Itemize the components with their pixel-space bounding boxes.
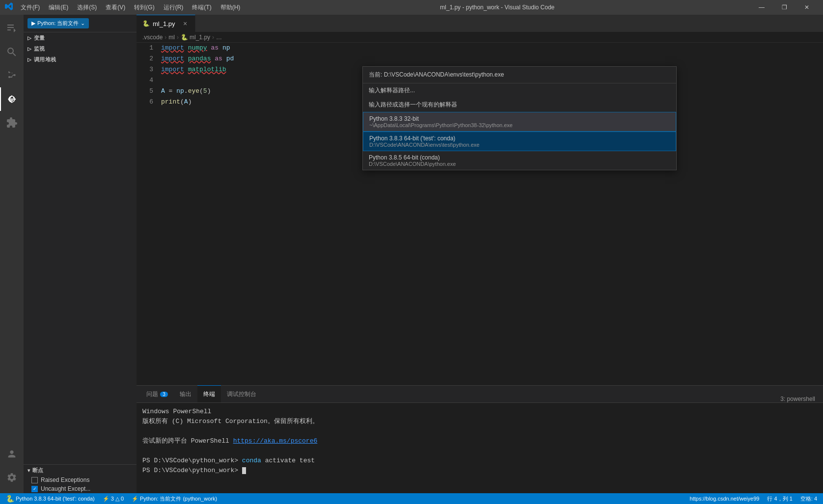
output-label: 输出 <box>180 390 192 398</box>
problems-badge: 3 <box>160 392 168 397</box>
debug-run-icon: ⚡ <box>132 496 138 502</box>
titlebar-left: 文件(F) 编辑(E) 选择(S) 查看(V) 转到(G) 运行(R) 终端(T… <box>5 2 244 13</box>
menu-view[interactable]: 查看(V) <box>102 2 129 13</box>
activity-extensions[interactable] <box>0 111 24 134</box>
current-interpreter-label: 当前: D:\VSCode\ANACONDA\envs\test\python.… <box>363 67 676 83</box>
debug-config-label: Python: 当前文件 <box>37 20 79 27</box>
menu-help[interactable]: 帮助(H) <box>217 2 245 13</box>
tab-filename: ml_1.py <box>153 20 175 27</box>
raised-exceptions-label: Raised Exceptions <box>41 477 89 483</box>
breadcrumb-ml1py[interactable]: 🐍ml_1.py <box>181 34 210 41</box>
terminal-line-5 <box>142 446 817 456</box>
breadcrumb-vscode[interactable]: .vscode <box>142 34 163 41</box>
activity-bar <box>0 15 24 493</box>
panel-tab-debug-console[interactable]: 调试控制台 <box>221 385 262 402</box>
debug-status[interactable]: ⚡ Python: 当前文件 (python_work) <box>130 495 219 503</box>
minimize-button[interactable]: — <box>750 0 773 15</box>
main-container: ▶ Python: 当前文件 ⌄ ▷ 变量 ▷ 监视 ▷ 调用堆栈 <box>0 15 823 493</box>
variables-header[interactable]: ▷ 变量 <box>24 32 137 43</box>
indent-status[interactable]: 空格: 4 <box>798 495 819 503</box>
titlebar-controls[interactable]: — ❐ ✕ <box>750 0 818 15</box>
interpreter-dropdown[interactable]: 当前: D:\VSCode\ANACONDA\envs\test\python.… <box>362 66 677 170</box>
menu-edit[interactable]: 编辑(E) <box>45 2 72 13</box>
activity-scm[interactable] <box>0 64 24 87</box>
bottom-panel: 问题 3 输出 终端 调试控制台 3: powershell <box>137 385 823 493</box>
python383-32bit-main: Python 3.8.3 32-bit <box>369 115 670 122</box>
python383-64bit-path: D:\VSCode\ANACONDA\envs\test\python.exe <box>369 142 670 148</box>
menu-run[interactable]: 运行(R) <box>160 2 188 13</box>
breadcrumb-more[interactable]: … <box>216 34 222 41</box>
status-left: 🐍 Python 3.8.3 64-bit ('test': conda) ⚡ … <box>4 495 219 503</box>
collapse-icon: ▷ <box>27 57 32 62</box>
breakpoints-section: ▾ 断点 Raised Exceptions Uncaught Except..… <box>24 464 137 493</box>
cursor-position-status[interactable]: 行 4，列 1 <box>765 495 794 503</box>
maximize-button[interactable]: ❐ <box>773 0 796 15</box>
menu-goto[interactable]: 转到(G) <box>130 2 158 13</box>
activity-explorer[interactable] <box>0 17 24 40</box>
tab-close-button[interactable]: × <box>181 20 189 27</box>
watch-header[interactable]: ▷ 监视 <box>24 43 137 54</box>
close-button[interactable]: ✕ <box>796 0 818 15</box>
pscore6-link[interactable]: https://aka.ms/pscore6 <box>233 437 318 445</box>
code-line-2: import pandas as pd <box>161 53 819 64</box>
indent-label: 空格: 4 <box>800 495 817 503</box>
titlebar-menu[interactable]: 文件(F) 编辑(E) 选择(S) 查看(V) 转到(G) 运行(R) 终端(T… <box>17 2 244 13</box>
activity-bottom <box>0 442 24 493</box>
pick-existing-label: 输入路径或选择一个现有的解释器 <box>369 101 670 109</box>
breadcrumb: .vscode › ml › 🐍ml_1.py › … <box>137 32 823 43</box>
code-editor[interactable]: 1 2 3 4 5 6 import numpy as np import pa… <box>137 43 823 385</box>
sidebar: ▶ Python: 当前文件 ⌄ ▷ 变量 ▷ 监视 ▷ 调用堆栈 <box>24 15 137 493</box>
activity-account[interactable] <box>0 442 24 466</box>
svg-point-1 <box>9 97 11 99</box>
python383-32bit-option[interactable]: Python 3.8.3 32-bit ~\AppData\Local\Prog… <box>363 112 676 132</box>
breakpoint-raised: Raised Exceptions <box>24 476 137 484</box>
menu-select[interactable]: 选择(S) <box>73 2 101 13</box>
terminal-content[interactable]: Windows PowerShell 版权所有 (C) Microsoft Co… <box>137 403 823 493</box>
breadcrumb-ml[interactable]: ml <box>168 34 175 41</box>
activity-settings[interactable] <box>0 466 24 489</box>
debug-toolbar: ▶ Python: 当前文件 ⌄ <box>24 15 137 32</box>
start-debug-button[interactable]: ▶ Python: 当前文件 ⌄ <box>27 18 89 28</box>
variables-section: ▷ 变量 <box>24 32 137 43</box>
menu-terminal[interactable]: 终端(T) <box>188 2 215 13</box>
svg-point-2 <box>13 97 15 99</box>
uncaught-exceptions-checkbox[interactable] <box>31 486 38 492</box>
python383-64bit-test-option[interactable]: Python 3.8.3 64-bit ('test': conda) D:\V… <box>363 132 676 151</box>
panel-tab-terminal[interactable]: 终端 <box>197 385 221 402</box>
csdn-url: https://blog.csdn.net/weiye99 <box>690 496 760 502</box>
collapse-icon: ▷ <box>27 35 32 41</box>
collapse-icon: ▷ <box>27 46 32 52</box>
activity-debug[interactable] <box>0 87 24 111</box>
python385-main: Python 3.8.5 64-bit (conda) <box>369 154 670 161</box>
titlebar-title: ml_1.py - python_work - Visual Studio Co… <box>440 4 554 11</box>
problems-label: 问题 <box>146 390 158 398</box>
terminal-line-1: Windows PowerShell <box>142 407 817 417</box>
collapse-icon: ▾ <box>27 468 30 473</box>
python-icon: 🐍 <box>6 495 14 503</box>
editor-tab-ml1py[interactable]: 🐍 ml_1.py × <box>137 15 195 32</box>
terminal-line-4: 尝试新的跨平台 PowerShell https://aka.ms/pscore… <box>142 436 817 446</box>
activity-search[interactable] <box>0 40 24 64</box>
terminal-line-2: 版权所有 (C) Microsoft Corporation。保留所有权利。 <box>142 417 817 426</box>
uncaught-exceptions-label: Uncaught Except... <box>41 485 90 492</box>
enter-path-option[interactable]: 输入解释器路径... <box>363 83 676 98</box>
terminal-line-7: PS D:\VSCode\python_work> <box>142 466 817 476</box>
editor-area: 🐍 ml_1.py × .vscode › ml › 🐍ml_1.py › … … <box>137 15 823 493</box>
csdn-link-status[interactable]: https://blog.csdn.net/weiye99 <box>688 496 762 502</box>
warning-icon: △ <box>115 496 119 502</box>
callstack-label: 调用堆栈 <box>34 56 56 63</box>
panel-tab-output[interactable]: 输出 <box>174 385 197 402</box>
panel-tab-problems[interactable]: 问题 3 <box>140 385 174 402</box>
pick-existing-option[interactable]: 输入路径或选择一个现有的解释器 <box>363 98 676 112</box>
chevron-down-icon: ⌄ <box>81 20 85 27</box>
terminal-id-label: 3: powershell <box>780 396 815 402</box>
errors-warnings-status[interactable]: ⚡ 3 △ 0 <box>101 496 126 502</box>
tab-bar: 🐍 ml_1.py × <box>137 15 823 32</box>
menu-file[interactable]: 文件(F) <box>17 2 44 13</box>
breakpoints-header[interactable]: ▾ 断点 <box>24 465 137 476</box>
python-interpreter-status[interactable]: 🐍 Python 3.8.3 64-bit ('test': conda) <box>4 495 97 503</box>
callstack-header[interactable]: ▷ 调用堆栈 <box>24 54 137 65</box>
titlebar: 文件(F) 编辑(E) 选择(S) 查看(V) 转到(G) 运行(R) 终端(T… <box>0 0 823 15</box>
raised-exceptions-checkbox[interactable] <box>31 477 38 483</box>
python385-64bit-option[interactable]: Python 3.8.5 64-bit (conda) D:\VSCode\AN… <box>363 151 676 170</box>
